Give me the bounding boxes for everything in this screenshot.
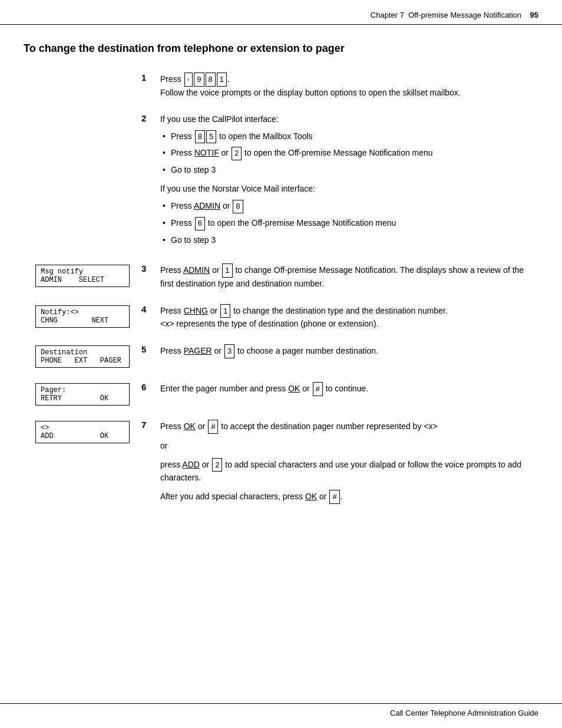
step-1-row: 1 Press ◦981. Follow the voice prompts o… <box>24 71 538 99</box>
key-1-3: 1 <box>222 263 232 278</box>
steps-container: 1 Press ◦981. Follow the voice prompts o… <box>24 71 538 504</box>
step-5-text: Press PAGER or 3 to choose a pager numbe… <box>160 344 538 358</box>
key-2: 2 <box>232 147 242 160</box>
header-chapter-text: Chapter 7 Off-premise Message Notificati… <box>371 11 538 19</box>
key-hash-6: # <box>313 382 323 396</box>
step-1-text: Press ◦981. Follow the voice prompts or … <box>160 73 538 99</box>
step-7-content: Press OK or # to accept the destination … <box>160 419 538 504</box>
key-8: 8 <box>195 130 205 144</box>
step-4-display: Notify:<> CHNG NEXT <box>35 305 130 328</box>
step-2-display-left <box>24 112 141 113</box>
step-2-content: If you use the CallPilot interface: Pres… <box>160 112 538 250</box>
step-2-norstar-intro: If you use the Norstar Voice Mail interf… <box>160 183 538 195</box>
key-8b: 8 <box>233 200 243 213</box>
step-4-content: Press CHNG or 1 to change the destinatio… <box>160 303 538 331</box>
page-container: Chapter 7 Off-premise Message Notificati… <box>0 0 562 728</box>
step-2-number: 2 <box>141 112 153 123</box>
step-2-norstar-bullet-3: Go to step 3 <box>160 234 538 246</box>
step-7-display-left: <> ADD OK <box>24 419 141 443</box>
key-9: 9 <box>194 73 204 87</box>
key-c: ◦ <box>184 73 193 87</box>
step-2-bullet-1: Press 85 to open the Mailbox Tools <box>160 130 538 144</box>
step-5-display-line2: PHONE EXT PAGER <box>41 357 124 365</box>
step-3-display-line2: ADMIN SELECT <box>41 276 124 284</box>
key-5: 5 <box>206 130 216 144</box>
step-1-display-left <box>24 71 141 73</box>
step-1-right: 1 Press ◦981. Follow the voice prompts o… <box>141 71 538 99</box>
step-6-display-line2: RETRY OK <box>41 394 124 403</box>
step-2-norstar-bullet-1: Press ADMIN or 8 <box>160 200 538 213</box>
key-8: 8 <box>206 73 216 87</box>
add-label: ADD <box>182 460 200 469</box>
step-7-sub: press ADD or 2 to add special characters… <box>160 458 538 485</box>
ok-label-7b: OK <box>305 492 317 501</box>
step-7-or: or <box>160 440 538 452</box>
step-5-display: Destination PHONE EXT PAGER <box>35 345 130 368</box>
step-6-right: 6 Enter the pager number and press OK or… <box>141 381 538 396</box>
step-4-right: 4 Press CHNG or 1 to change the destinat… <box>141 303 538 331</box>
key-hash-7: # <box>208 420 218 434</box>
step-6-display: Pager: RETRY OK <box>35 383 130 406</box>
step-4-display-left: Notify:<> CHNG NEXT <box>24 303 141 328</box>
step-5-number: 5 <box>141 343 153 354</box>
step-7-text: Press OK or # to accept the destination … <box>160 420 538 434</box>
step-6-row: Pager: RETRY OK 6 Enter the pager number… <box>24 381 538 406</box>
step-4-row: Notify:<> CHNG NEXT 4 Press CHNG or 1 to… <box>24 303 538 331</box>
step-7-display-line2: ADD OK <box>41 432 124 440</box>
step-6-text: Enter the pager number and press OK or #… <box>160 382 538 396</box>
main-content: To change the destination from telephone… <box>0 25 562 552</box>
step-5-display-left: Destination PHONE EXT PAGER <box>24 343 141 368</box>
key-6: 6 <box>195 217 205 230</box>
page-footer: Call Center Telephone Administration Gui… <box>0 703 562 728</box>
step-3-text: Press ADMIN or 1 to change Off-premise M… <box>160 263 538 290</box>
step-7-display-line1: <> <box>41 424 124 432</box>
step-2-norstar-bullet-2: Press 6 to open the Off-premise Message … <box>160 217 538 230</box>
step-5-content: Press PAGER or 3 to choose a pager numbe… <box>160 343 538 358</box>
ok-label-6: OK <box>288 384 300 393</box>
step-2-callpilot-intro: If you use the CallPilot interface: <box>160 113 538 126</box>
step-4-text: Press CHNG or 1 to change the destinatio… <box>160 304 538 331</box>
step-3-row: Msg notify ADMIN SELECT 3 Press ADMIN or… <box>24 262 538 290</box>
step-5-right: 5 Press PAGER or 3 to choose a pager num… <box>141 343 538 358</box>
footer-text: Call Center Telephone Administration Gui… <box>390 709 538 717</box>
admin-label: ADMIN <box>194 201 220 210</box>
admin-label-3: ADMIN <box>183 265 210 275</box>
key-hash-7b: # <box>329 490 339 504</box>
step-7-right: 7 Press OK or # to accept the destinatio… <box>141 419 538 504</box>
step-3-right: 3 Press ADMIN or 1 to change Off-premise… <box>141 262 538 290</box>
step-2-right: 2 If you use the CallPilot interface: Pr… <box>141 112 538 250</box>
step-6-display-left: Pager: RETRY OK <box>24 381 141 406</box>
ok-label-7: OK <box>184 421 196 431</box>
step-2-row: 2 If you use the CallPilot interface: Pr… <box>24 112 538 250</box>
page-header: Chapter 7 Off-premise Message Notificati… <box>0 0 562 25</box>
step-5-row: Destination PHONE EXT PAGER 5 Press PAGE… <box>24 343 538 368</box>
step-4-display-line1: Notify:<> <box>41 308 124 317</box>
step-3-display: Msg notify ADMIN SELECT <box>35 265 130 287</box>
step-7-display: <> ADD OK <box>35 421 130 443</box>
key-1: 1 <box>217 73 227 87</box>
step-3-content: Press ADMIN or 1 to change Off-premise M… <box>160 262 538 290</box>
step-2-bullet-3: Go to step 3 <box>160 164 538 176</box>
step-6-number: 6 <box>141 381 153 392</box>
pager-label: PAGER <box>184 346 212 355</box>
step-6-display-line1: Pager: <box>41 386 124 394</box>
key-1-4: 1 <box>220 304 230 318</box>
step-3-number: 3 <box>141 262 153 274</box>
step-5-display-line1: Destination <box>41 348 124 357</box>
step-2-callpilot-list: Press 85 to open the Mailbox Tools Press… <box>160 130 538 176</box>
chng-label: CHNG <box>184 306 208 315</box>
step-6-content: Enter the pager number and press OK or #… <box>160 381 538 396</box>
step-4-number: 4 <box>141 303 153 314</box>
step-7-row: <> ADD OK 7 Press OK or # to accept the … <box>24 419 538 504</box>
key-2-7: 2 <box>212 458 222 472</box>
step-4-display-line2: CHNG NEXT <box>41 317 124 325</box>
step-2-norstar-list: Press ADMIN or 8 Press 6 to open the Off… <box>160 200 538 246</box>
section-title: To change the destination from telephone… <box>24 42 538 55</box>
key-3-5: 3 <box>224 344 234 358</box>
step-7-number: 7 <box>141 419 153 430</box>
step-1-content: Press ◦981. Follow the voice prompts or … <box>160 71 538 99</box>
step-3-display-line1: Msg notify <box>41 268 124 276</box>
step-2-bullet-2: Press NOTIF or 2 to open the Off-premise… <box>160 147 538 160</box>
step-1-number: 1 <box>141 71 153 83</box>
notif-label: NOTIF <box>194 148 219 157</box>
